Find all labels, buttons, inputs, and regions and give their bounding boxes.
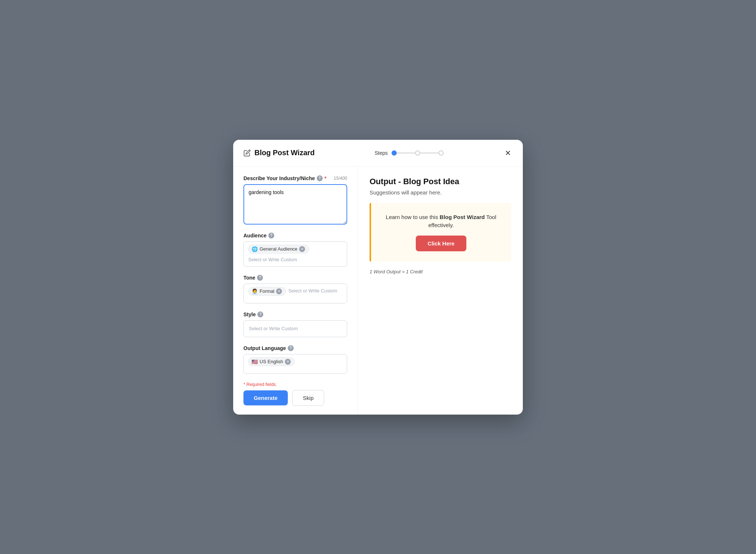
audience-tag-emoji: 🌐 (252, 246, 258, 252)
industry-field-group: Describe Your Industry/Niche ? * 15/400 … (243, 175, 347, 225)
style-placeholder: Select or Write Custom (249, 326, 298, 331)
tone-placeholder: Select or Write Custom (288, 287, 337, 295)
promo-box: Learn how to use this Blog Post Wizard T… (370, 203, 511, 262)
language-tag-text: US English (260, 359, 283, 364)
promo-text: Learn how to use this Blog Post Wizard T… (380, 213, 502, 230)
step-line-1 (397, 153, 415, 153)
credit-note: 1 Word Output = 1 Credit (370, 269, 511, 274)
close-button[interactable]: ✕ (503, 147, 513, 159)
language-tag-input[interactable]: 🇺🇸 US English ✕ (243, 354, 347, 374)
audience-field-group: Audience ? 🌐 General Audience ✕ Select o… (243, 233, 347, 267)
footer-buttons: Generate Skip (243, 390, 347, 406)
step-dot-2 (415, 150, 420, 156)
language-tag-remove[interactable]: ✕ (285, 359, 291, 365)
tone-field-group: Tone ? 🧑‍💼 Formal ✕ Select or Write Cust… (243, 275, 347, 303)
audience-tag: 🌐 General Audience ✕ (248, 245, 309, 254)
modal-body: Describe Your Industry/Niche ? * 15/400 … (233, 167, 523, 415)
steps-track (392, 150, 444, 156)
output-title: Output - Blog Post Idea (370, 177, 511, 186)
skip-button[interactable]: Skip (292, 390, 324, 406)
audience-tag-text: General Audience (260, 246, 297, 252)
close-icon: ✕ (505, 149, 511, 157)
language-tag-emoji: 🇺🇸 (252, 359, 258, 365)
generate-button[interactable]: Generate (243, 390, 288, 405)
right-panel: Output - Blog Post Idea Suggestions will… (358, 167, 523, 415)
tone-help-icon[interactable]: ? (257, 275, 263, 281)
tone-label: Tone ? (243, 275, 347, 281)
style-field-group: Style ? Select or Write Custom (243, 311, 347, 337)
industry-char-count: 15/400 (334, 176, 347, 181)
language-label: Output Language ? (243, 345, 347, 351)
industry-required-star: * (324, 175, 326, 181)
style-label: Style ? (243, 311, 347, 317)
step-line-2 (420, 153, 438, 153)
tone-tag-input[interactable]: 🧑‍💼 Formal ✕ Select or Write Custom (243, 284, 347, 303)
modal-title-area: Blog Post Wizard (243, 149, 315, 157)
modal-overlay: Blog Post Wizard Steps ✕ (0, 0, 756, 554)
modal: Blog Post Wizard Steps ✕ (233, 140, 523, 415)
tone-tag-text: Formal (260, 288, 274, 294)
industry-help-icon[interactable]: ? (317, 175, 323, 181)
required-note: * Required fields. (243, 382, 347, 387)
language-field-group: Output Language ? 🇺🇸 US English ✕ (243, 345, 347, 374)
audience-label: Audience ? (243, 233, 347, 238)
language-help-icon[interactable]: ? (288, 345, 294, 351)
modal-title: Blog Post Wizard (254, 149, 315, 157)
style-input[interactable]: Select or Write Custom (243, 320, 347, 337)
click-here-button[interactable]: Click Here (416, 236, 466, 251)
output-subtitle: Suggestions will appear here. (370, 189, 511, 196)
step-dot-1 (392, 150, 397, 156)
promo-bold: Blog Post Wizard (440, 214, 485, 220)
left-panel: Describe Your Industry/Niche ? * 15/400 … (233, 167, 358, 415)
language-tag: 🇺🇸 US English ✕ (248, 357, 295, 366)
promo-text-before: Learn how to use this (386, 214, 440, 220)
industry-label: Describe Your Industry/Niche ? * 15/400 (243, 175, 347, 181)
tone-tag-emoji: 🧑‍💼 (252, 288, 258, 294)
steps-area: Steps (375, 150, 444, 156)
tone-tag: 🧑‍💼 Formal ✕ (248, 287, 286, 296)
steps-label: Steps (375, 150, 388, 156)
tone-tag-remove[interactable]: ✕ (276, 288, 282, 294)
modal-header: Blog Post Wizard Steps ✕ (233, 140, 523, 167)
industry-textarea[interactable]: gardening tools (243, 184, 347, 225)
audience-tag-input[interactable]: 🌐 General Audience ✕ Select or Write Cus… (243, 241, 347, 267)
pencil-icon (243, 149, 251, 157)
style-help-icon[interactable]: ? (257, 311, 263, 317)
audience-tag-remove[interactable]: ✕ (299, 246, 305, 252)
audience-help-icon[interactable]: ? (268, 233, 274, 238)
audience-placeholder: Select or Write Custom (248, 256, 297, 263)
footer-group: * Required fields. Generate Skip (243, 382, 347, 406)
step-dot-3 (438, 150, 444, 156)
